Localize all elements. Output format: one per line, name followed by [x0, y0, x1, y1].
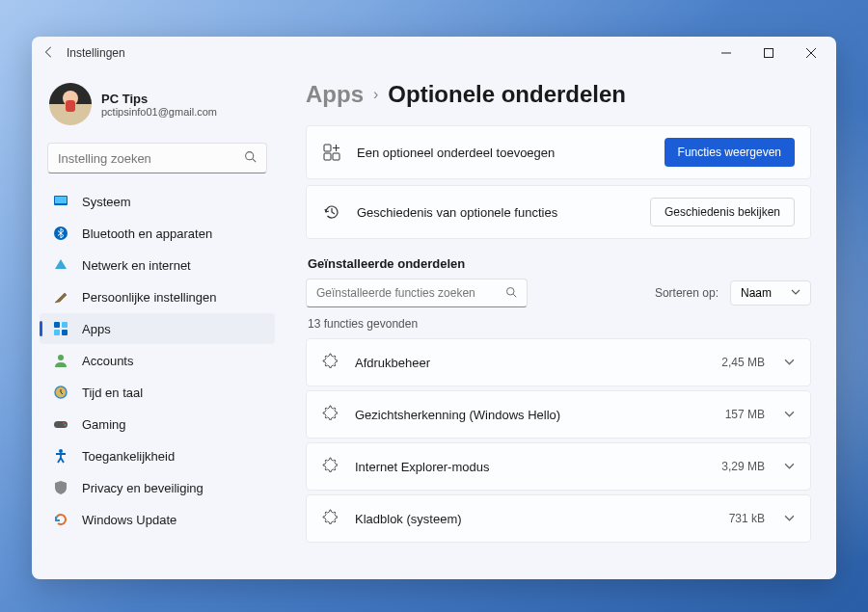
sidebar-item-apps[interactable]: Apps — [40, 313, 275, 344]
wifi-icon — [53, 257, 68, 273]
svg-rect-9 — [54, 322, 60, 328]
sidebar-item-label: Tijd en taal — [82, 386, 143, 400]
chevron-down-icon — [791, 286, 800, 300]
svg-rect-20 — [324, 153, 331, 160]
history-card: Geschiedenis van optionele functies Gesc… — [306, 185, 811, 239]
sidebar-item-label: Systeem — [82, 195, 131, 209]
back-button[interactable] — [36, 45, 63, 62]
update-icon — [53, 512, 68, 527]
svg-point-24 — [507, 288, 515, 296]
feature-name: Kladblok (systeem) — [355, 512, 729, 526]
bluetooth-icon — [53, 226, 68, 241]
apps-icon — [53, 321, 68, 336]
add-icon — [322, 144, 341, 161]
search-icon — [244, 150, 257, 166]
gear-icon — [322, 457, 339, 476]
sidebar-item-label: Privacy en beveiliging — [82, 481, 203, 495]
gear-icon — [322, 353, 339, 372]
svg-point-18 — [59, 449, 63, 453]
filter-row: Sorteren op: Naam — [306, 279, 811, 307]
feature-row[interactable]: Internet Explorer-modus 3,29 MB — [306, 442, 811, 491]
svg-line-5 — [253, 159, 256, 162]
window-title: Instellingen — [63, 46, 705, 60]
svg-point-4 — [246, 152, 254, 160]
show-features-button[interactable]: Functies weergeven — [665, 138, 795, 167]
sidebar-item-tijd[interactable]: Tijd en taal — [40, 377, 275, 408]
svg-line-25 — [513, 294, 516, 297]
feature-size: 157 MB — [725, 408, 765, 421]
installed-title: Geïnstalleerde onderdelen — [308, 256, 811, 271]
svg-rect-1 — [765, 49, 773, 58]
shield-icon — [53, 480, 68, 495]
sidebar-item-netwerk[interactable]: Netwerk en internet — [40, 250, 275, 280]
profile-name: PC Tips — [101, 92, 217, 106]
sidebar: PC Tips pctipsinfo01@gmail.com Systeem B… — [32, 69, 286, 579]
chevron-down-icon — [784, 357, 795, 369]
chevron-right-icon: › — [373, 86, 378, 103]
sidebar-item-persoonlijke[interactable]: Persoonlijke instellingen — [40, 281, 275, 312]
feature-name: Afdrukbeheer — [355, 356, 721, 370]
add-feature-text: Een optioneel onderdeel toevoegen — [357, 146, 665, 160]
sidebar-item-gaming[interactable]: Gaming — [40, 409, 275, 439]
add-feature-card: Een optioneel onderdeel toevoegen Functi… — [306, 125, 811, 179]
svg-rect-11 — [54, 330, 60, 335]
settings-window: Instellingen PC Tips pctipsinfo01@gmail.… — [32, 37, 836, 579]
feature-count: 13 functies gevonden — [308, 317, 811, 331]
profile-email: pctipsinfo01@gmail.com — [101, 106, 217, 118]
feature-row[interactable]: Afdrukbeheer 2,45 MB — [306, 338, 811, 386]
svg-rect-10 — [62, 322, 68, 328]
feature-row[interactable]: Kladblok (systeem) 731 kB — [306, 494, 811, 543]
sidebar-item-label: Bluetooth en apparaten — [82, 226, 212, 241]
nav-list: Systeem Bluetooth en apparaten Netwerk e… — [40, 185, 275, 536]
breadcrumb: Apps › Optionele onderdelen — [306, 81, 811, 108]
installed-search-input[interactable] — [316, 286, 505, 300]
sort-label: Sorteren op: — [655, 286, 719, 300]
svg-rect-21 — [333, 153, 339, 160]
monitor-icon — [53, 194, 68, 209]
view-history-button[interactable]: Geschiedenis bekijken — [650, 198, 795, 226]
chevron-down-icon — [784, 409, 795, 421]
feature-size: 2,45 MB — [721, 356, 765, 369]
sidebar-item-label: Gaming — [82, 417, 126, 432]
sort-value: Naam — [741, 286, 772, 300]
chevron-down-icon — [784, 461, 795, 473]
sidebar-item-update[interactable]: Windows Update — [40, 504, 275, 535]
sidebar-item-label: Accounts — [82, 354, 133, 368]
sidebar-item-accounts[interactable]: Accounts — [40, 345, 275, 376]
avatar — [49, 83, 92, 125]
accessibility-icon — [53, 448, 68, 464]
titlebar: Instellingen — [32, 37, 836, 69]
feature-name: Gezichtsherkenning (Windows Hello) — [355, 408, 725, 422]
svg-rect-19 — [324, 145, 331, 151]
svg-rect-12 — [62, 330, 68, 335]
close-button[interactable] — [790, 39, 832, 67]
sidebar-item-systeem[interactable]: Systeem — [40, 186, 275, 217]
search-box[interactable] — [47, 143, 267, 173]
person-icon — [53, 353, 68, 368]
feature-name: Internet Explorer-modus — [355, 460, 721, 474]
gear-icon — [322, 405, 339, 424]
search-icon — [505, 284, 517, 302]
history-text: Geschiedenis van optionele functies — [357, 205, 650, 220]
history-icon — [322, 203, 341, 221]
sort-dropdown[interactable]: Naam — [730, 280, 811, 306]
sidebar-item-label: Windows Update — [82, 513, 176, 527]
sidebar-item-toegankelijkheid[interactable]: Toegankelijkheid — [40, 440, 275, 471]
search-input[interactable] — [58, 151, 244, 166]
installed-search-box[interactable] — [306, 279, 528, 307]
sidebar-item-label: Toegankelijkheid — [82, 449, 175, 464]
minimize-button[interactable] — [705, 39, 747, 67]
sidebar-item-label: Apps — [82, 322, 111, 336]
svg-point-17 — [65, 424, 67, 426]
gamepad-icon — [53, 416, 68, 432]
gear-icon — [322, 509, 339, 528]
main-content: Apps › Optionele onderdelen Een optionee… — [286, 69, 836, 579]
breadcrumb-parent[interactable]: Apps — [306, 81, 364, 108]
maximize-button[interactable] — [747, 39, 790, 67]
profile[interactable]: PC Tips pctipsinfo01@gmail.com — [40, 77, 275, 139]
feature-size: 731 kB — [729, 512, 765, 525]
svg-point-16 — [63, 422, 65, 424]
sidebar-item-bluetooth[interactable]: Bluetooth en apparaten — [40, 218, 275, 249]
sidebar-item-privacy[interactable]: Privacy en beveiliging — [40, 472, 275, 503]
feature-row[interactable]: Gezichtsherkenning (Windows Hello) 157 M… — [306, 390, 811, 439]
